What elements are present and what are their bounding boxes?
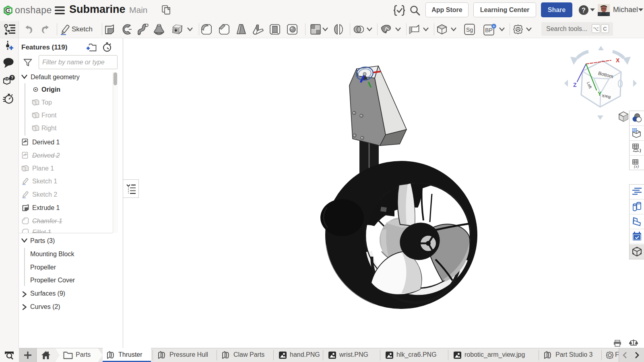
svg-text:Sg: Sg: [466, 27, 473, 33]
svg-text:Z: Z: [573, 82, 577, 88]
svg-text:X: X: [616, 57, 620, 64]
svg-text:BP: BP: [485, 27, 493, 33]
svg-text:(x): (x): [634, 164, 639, 169]
svg-text:Y: Y: [598, 90, 602, 97]
svg-text:?: ?: [11, 76, 13, 80]
svg-text:?: ?: [582, 7, 586, 14]
svg-text:+: +: [493, 24, 495, 29]
